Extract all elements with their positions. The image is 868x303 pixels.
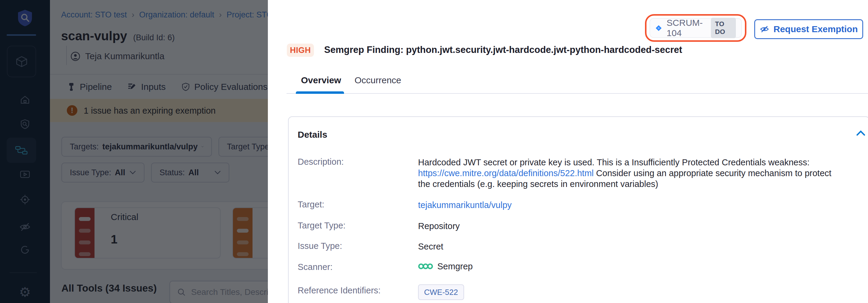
cwe-badge[interactable]: CWE-522 bbox=[418, 284, 464, 300]
scanner-label: Scanner: bbox=[298, 262, 333, 272]
jira-status-badge: TO DO bbox=[711, 18, 736, 38]
jira-ticket-key: SCRUM-104 bbox=[666, 18, 706, 38]
collapse-chevron-up-icon[interactable] bbox=[856, 130, 865, 137]
jira-ticket-chip[interactable]: SCRUM-104 TO DO bbox=[650, 18, 742, 38]
reference-identifiers-value: CWE-522 bbox=[418, 284, 464, 300]
target-type-value: Repository bbox=[418, 221, 460, 232]
scanner-value: Semgrep bbox=[418, 261, 473, 272]
severity-badge-high: HIGH bbox=[287, 43, 314, 57]
finding-title: Semgrep Finding: python.jwt.security.jwt… bbox=[324, 44, 682, 55]
description-value: Hardcoded JWT secret or private key is u… bbox=[418, 157, 845, 189]
tab-overview[interactable]: Overview bbox=[301, 75, 341, 86]
issue-type-value: Secret bbox=[418, 241, 443, 252]
app-root: ⚙ Account: STO test › Organization: defa… bbox=[0, 0, 868, 303]
issue-type-label: Issue Type: bbox=[298, 241, 342, 251]
finding-detail-drawer: SCRUM-104 TO DO Request Exemption HIGH S… bbox=[268, 0, 868, 303]
jira-icon bbox=[655, 24, 662, 32]
eye-slash-icon bbox=[760, 24, 769, 34]
target-type-label: Target Type: bbox=[298, 221, 345, 231]
reference-identifiers-label: Reference Identifiers: bbox=[298, 285, 381, 296]
target-label: Target: bbox=[298, 200, 324, 209]
tabbar-divider bbox=[286, 93, 868, 94]
scanner-name: Semgrep bbox=[437, 261, 473, 272]
description-label: Description: bbox=[298, 157, 344, 167]
cwe-definition-link[interactable]: https://cwe.mitre.org/data/definitions/5… bbox=[418, 168, 594, 178]
details-heading: Details bbox=[298, 130, 327, 140]
semgrep-logo-icon bbox=[418, 262, 433, 271]
target-link[interactable]: tejakummarikuntla/vulpy bbox=[418, 200, 512, 210]
target-value: tejakummarikuntla/vulpy bbox=[418, 200, 512, 210]
request-exemption-label: Request Exemption bbox=[774, 24, 858, 34]
tab-occurrence[interactable]: Occurrence bbox=[354, 75, 401, 86]
description-text-pre: Hardcoded JWT secret or private key is u… bbox=[418, 158, 810, 167]
request-exemption-button[interactable]: Request Exemption bbox=[754, 19, 863, 39]
details-card: Details Description: Hardcoded JWT secre… bbox=[288, 116, 868, 303]
active-tab-underline bbox=[296, 91, 344, 94]
